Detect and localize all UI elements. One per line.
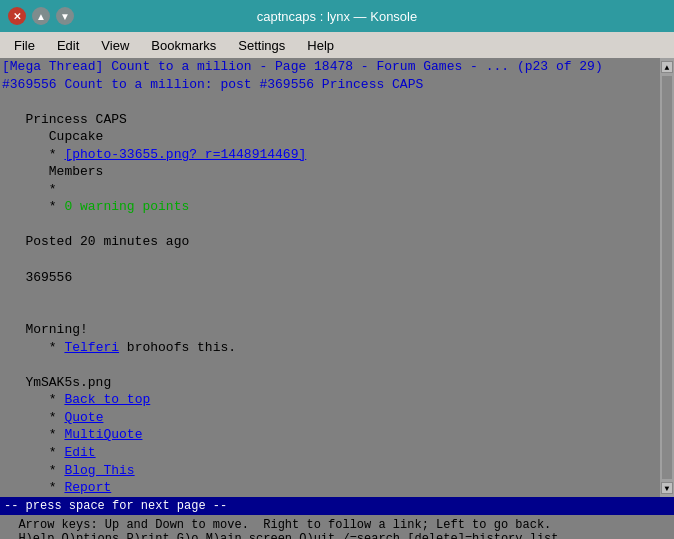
username-line: Princess CAPS — [0, 111, 660, 129]
menu-settings[interactable]: Settings — [228, 36, 295, 55]
minimize-button[interactable]: ▲ — [32, 7, 50, 25]
menu-bookmarks[interactable]: Bookmarks — [141, 36, 226, 55]
photo-link[interactable]: [photo-33655.png?_r=1448914469] — [64, 147, 306, 162]
status-bar: -- press space for next page -- — [0, 497, 674, 515]
title-bar: ✕ ▲ ▼ captncaps : lynx — Konsole — [0, 0, 674, 32]
blank5 — [0, 304, 660, 322]
quote-link[interactable]: Quote — [64, 410, 103, 425]
help-line1: Arrow keys: Up and Down to move. Right t… — [4, 518, 670, 532]
help-line2: H)elp O)ptions P)rint G)o M)ain screen Q… — [4, 532, 670, 539]
menu-help[interactable]: Help — [297, 36, 344, 55]
multiquote-link[interactable]: MultiQuote — [64, 427, 142, 442]
menu-view[interactable]: View — [91, 36, 139, 55]
breadcrumb-line: [Mega Thread] Count to a million - Page … — [0, 58, 660, 76]
blank6 — [0, 356, 660, 374]
menu-bar: File Edit View Bookmarks Settings Help — [0, 32, 674, 58]
edit-link[interactable]: Edit — [64, 445, 95, 460]
window-controls[interactable]: ✕ ▲ ▼ — [8, 7, 74, 25]
members-line: Members — [0, 163, 660, 181]
blank1 — [0, 93, 660, 111]
window-title: captncaps : lynx — Konsole — [257, 9, 417, 24]
blank3 — [0, 251, 660, 269]
warning-link[interactable]: 0 warning points — [64, 199, 189, 214]
edit-line[interactable]: * Edit — [0, 444, 660, 462]
link-line[interactable]: #369556 Count to a million: post #369556… — [0, 76, 660, 94]
blog-this-link[interactable]: Blog This — [64, 463, 134, 478]
status-text: -- press space for next page -- — [4, 499, 227, 513]
scroll-down-arrow[interactable]: ▼ — [661, 482, 673, 494]
terminal-content: [Mega Thread] Count to a million - Page … — [0, 58, 660, 497]
close-button[interactable]: ✕ — [8, 7, 26, 25]
blog-this-line[interactable]: * Blog This — [0, 462, 660, 480]
blank4 — [0, 286, 660, 304]
breadcrumb-text: [Mega Thread] Count to a million - Page … — [2, 59, 603, 74]
rank-line: Cupcake — [0, 128, 660, 146]
image-name-line: YmSAK5s.png — [0, 374, 660, 392]
post-link[interactable]: #369556 Count to a million: post #369556… — [2, 77, 423, 92]
scrollbar[interactable]: ▲ ▼ — [660, 58, 674, 497]
menu-edit[interactable]: Edit — [47, 36, 89, 55]
count-number: 369556 — [0, 269, 660, 287]
multiquote-line[interactable]: * MultiQuote — [0, 426, 660, 444]
morning-line: Morning! — [0, 321, 660, 339]
quote-line[interactable]: * Quote — [0, 409, 660, 427]
blank2 — [0, 216, 660, 234]
telferi-line[interactable]: * Telferi brohoofs this. — [0, 339, 660, 357]
star-line: * — [0, 181, 660, 199]
scrollbar-track[interactable] — [662, 76, 672, 479]
help-bar: Arrow keys: Up and Down to move. Right t… — [0, 515, 674, 539]
report-link[interactable]: Report — [64, 480, 111, 495]
menu-file[interactable]: File — [4, 36, 45, 55]
back-to-top-line[interactable]: * Back to top — [0, 391, 660, 409]
posted-line: Posted 20 minutes ago — [0, 233, 660, 251]
scroll-up-arrow[interactable]: ▲ — [661, 61, 673, 73]
report-line[interactable]: * Report — [0, 479, 660, 497]
photo-line[interactable]: * [photo-33655.png?_r=1448914469] — [0, 146, 660, 164]
back-to-top-link[interactable]: Back to top — [64, 392, 150, 407]
maximize-button[interactable]: ▼ — [56, 7, 74, 25]
warning-line[interactable]: * 0 warning points — [0, 198, 660, 216]
telferi-link[interactable]: Telferi — [64, 340, 119, 355]
terminal: [Mega Thread] Count to a million - Page … — [0, 58, 674, 497]
